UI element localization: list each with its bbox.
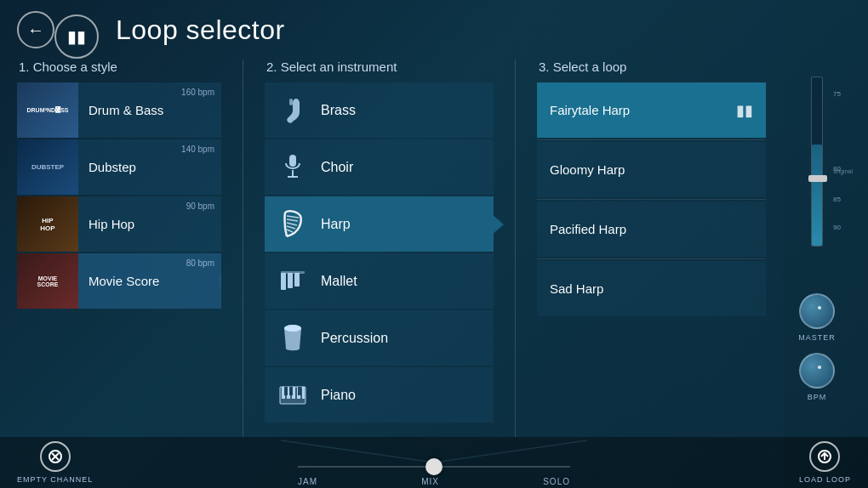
instrument-item-harp[interactable]: Harp	[265, 196, 494, 252]
style-column-title: 1. Choose a style	[17, 60, 221, 74]
jms-thumb[interactable]	[425, 458, 443, 475]
style-bpm-movie: 80 bpm	[186, 258, 214, 268]
piano-icon	[277, 380, 308, 411]
pause-icon: ▮▮	[67, 26, 86, 47]
style-column: 1. Choose a style Drum & Bass 160 bpm Du…	[17, 60, 221, 437]
knob-dot-master	[818, 306, 821, 309]
loop-item-sad[interactable]: Sad Harp	[537, 261, 766, 316]
jms-track	[298, 458, 570, 475]
empty-channel-button[interactable]: EMPTY CHANNEL	[17, 441, 93, 484]
svg-rect-12	[281, 271, 305, 274]
style-thumb-dubstep	[17, 139, 78, 195]
meter-tick-75: 75	[833, 90, 841, 98]
harp-icon	[277, 209, 308, 240]
style-info-dubstep: Dubstep	[78, 160, 221, 174]
loop-item-gloomy[interactable]: Gloomy Harp	[537, 142, 766, 197]
jms-label-jam: JAM	[298, 477, 317, 486]
svg-rect-1	[289, 155, 296, 167]
percussion-icon	[277, 323, 308, 354]
instrument-name-choir: Choir	[321, 160, 353, 175]
load-loop-icon	[809, 441, 840, 472]
meter-track: 75 80 original 85 90	[811, 77, 823, 247]
style-thumb-movie	[17, 253, 78, 309]
loop-column: 3. Select a loop Fairytale Harp ▮▮ Gloom…	[537, 60, 766, 437]
meter-handle[interactable]	[808, 175, 827, 182]
instrument-item-mallet[interactable]: Mallet	[265, 253, 494, 309]
style-info-hiphop: Hip Hop	[78, 217, 221, 231]
brass-icon	[277, 95, 308, 126]
svg-line-4	[287, 216, 299, 218]
instrument-name-mallet: Mallet	[321, 274, 357, 289]
instrument-column-title: 2. Select an instrument	[265, 60, 494, 74]
style-thumb-dnb	[17, 82, 78, 138]
instrument-name-percussion: Percussion	[321, 331, 388, 346]
instrument-list: Brass Choir	[265, 82, 494, 423]
header: ← ▮▮ Loop selector	[0, 0, 868, 60]
divider-1	[243, 60, 243, 437]
style-name-dubstep: Dubstep	[89, 160, 211, 174]
svg-rect-11	[294, 273, 300, 287]
loop-list: Fairytale Harp ▮▮ Gloomy Harp Pacified H…	[537, 82, 766, 316]
style-item-hiphop[interactable]: Hip Hop 90 bpm	[17, 196, 221, 252]
style-bpm-dnb: 160 bpm	[181, 88, 214, 97]
meter-fill	[812, 145, 822, 246]
instrument-item-piano[interactable]: Piano	[265, 367, 494, 423]
style-item-drum-bass[interactable]: Drum & Bass 160 bpm	[17, 82, 221, 138]
knob-dot-bpm	[818, 366, 821, 369]
empty-channel-icon	[40, 441, 71, 472]
mallet-icon	[277, 266, 308, 297]
svg-line-6	[287, 223, 297, 225]
meter-tick-90: 90	[833, 224, 841, 231]
svg-point-14	[284, 325, 301, 332]
meter-label-original: original	[833, 168, 853, 174]
master-knob[interactable]	[799, 293, 835, 329]
style-thumb-hiphop	[17, 196, 78, 252]
controls-column: 75 80 original 85 90 MASTER BPM	[783, 60, 851, 437]
meter-tick-85: 85	[833, 196, 841, 203]
jms-label-solo: SOLO	[543, 477, 570, 486]
svg-line-8	[287, 230, 293, 232]
loop-divider-2	[537, 199, 766, 200]
loop-name-sad: Sad Harp	[550, 281, 603, 296]
loop-item-pacified[interactable]: Pacified Harp	[537, 201, 766, 257]
jms-control: JAM MIX SOLO	[281, 458, 587, 488]
loop-name-gloomy: Gloomy Harp	[550, 162, 625, 177]
svg-rect-22	[289, 387, 293, 395]
jms-labels: JAM MIX SOLO	[298, 475, 570, 488]
pause-button[interactable]: ▮▮	[54, 14, 99, 59]
instrument-name-harp: Harp	[321, 217, 351, 232]
style-name-dnb: Drum & Bass	[89, 103, 211, 117]
instrument-item-choir[interactable]: Choir	[265, 139, 494, 195]
instrument-item-brass[interactable]: Brass	[265, 82, 494, 138]
svg-line-5	[287, 219, 298, 221]
footer: EMPTY CHANNEL JAM MIX SOLO	[0, 437, 868, 488]
style-item-dubstep[interactable]: Dubstep 140 bpm	[17, 139, 221, 195]
load-loop-label: LOAD LOOP	[799, 475, 851, 484]
back-icon: ←	[27, 20, 44, 40]
back-button[interactable]: ←	[17, 11, 54, 48]
instrument-name-piano: Piano	[321, 388, 356, 403]
style-info-dnb: Drum & Bass	[78, 103, 221, 117]
empty-channel-label: EMPTY CHANNEL	[17, 475, 93, 484]
loop-divider-1	[537, 139, 766, 140]
master-label: MASTER	[798, 333, 836, 342]
style-name-movie: Movie Score	[89, 274, 211, 288]
style-list: Drum & Bass 160 bpm Dubstep 140 bpm Hip …	[17, 82, 221, 309]
style-item-movie[interactable]: Movie Score 80 bpm	[17, 253, 221, 309]
load-loop-button[interactable]: LOAD LOOP	[799, 441, 851, 484]
svg-rect-10	[288, 273, 293, 288]
svg-rect-9	[281, 273, 286, 290]
divider-2	[515, 60, 516, 437]
svg-rect-20	[302, 387, 305, 399]
loop-item-fairytale[interactable]: Fairytale Harp ▮▮	[537, 82, 766, 138]
jms-label-mix: MIX	[421, 477, 439, 486]
style-info-movie: Movie Score	[78, 274, 221, 288]
instrument-name-brass: Brass	[321, 103, 356, 118]
instrument-item-percussion[interactable]: Percussion	[265, 310, 494, 366]
style-name-hiphop: Hip Hop	[89, 217, 211, 231]
choir-icon	[277, 152, 308, 183]
page-title: Loop selector	[116, 14, 285, 46]
bpm-knob[interactable]	[799, 353, 835, 389]
style-bpm-dubstep: 140 bpm	[181, 145, 214, 154]
style-bpm-hiphop: 90 bpm	[186, 201, 214, 211]
